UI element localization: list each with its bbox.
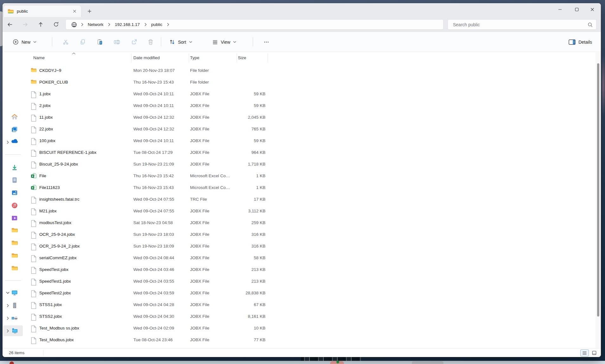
file-row[interactable]: POKER_CLUB Thu 16-Nov-23 15:43 File fold… [25, 77, 272, 87]
breadcrumb-public[interactable]: public [148, 21, 165, 28]
file-name: 22.jobx [39, 127, 53, 131]
thumbnails-view-toggle[interactable] [590, 349, 598, 356]
file-type: JOBX File [190, 232, 209, 237]
column-separator[interactable] [131, 53, 131, 62]
file-row[interactable]: 100.jobx Wed 09-Oct-24 10:11 JOBX File 5… [25, 136, 272, 146]
file-name: BISCUIT REFERENCE-1.jobx [39, 150, 97, 155]
chevron-right-icon[interactable] [6, 329, 10, 333]
file-row[interactable]: 2.jobx Wed 09-Oct-24 10:11 JOBX File 59 … [25, 101, 272, 111]
column-header-type[interactable]: Type [190, 55, 199, 60]
file-row[interactable]: File Thu 16-Nov-23 15:42 Microsoft Excel… [25, 171, 272, 181]
view-button[interactable]: View [209, 36, 239, 48]
breadcrumb-network[interactable]: Network [85, 21, 106, 28]
file-row[interactable]: Test_Modbus ss.jobx Wed 09-Oct-24 02:09 … [25, 323, 272, 333]
sort-button[interactable]: Sort [166, 36, 195, 48]
sidebar-item-music[interactable] [3, 200, 23, 211]
copy-button[interactable] [76, 36, 89, 48]
file-row[interactable]: OCR_25-9-24.jobx Sun 19-Nov-23 18:03 JOB… [25, 229, 272, 240]
scrollbar-thumb[interactable] [597, 63, 599, 317]
chevron-right-icon[interactable] [166, 22, 171, 27]
chevron-right-icon[interactable] [143, 22, 148, 27]
delete-button[interactable] [144, 36, 157, 48]
sidebar-item-mobile-device[interactable] [3, 300, 23, 311]
sidebar-item-pictures[interactable] [3, 187, 23, 198]
file-row[interactable]: 11.jobx Wed 09-Oct-24 12:32 JOBX File 2,… [25, 112, 272, 122]
file-row[interactable]: CKDDYJ~9 Mon 20-Nov-23 18:07 File folder [25, 66, 272, 76]
chevron-right-icon[interactable] [80, 22, 85, 27]
share-button[interactable] [127, 36, 141, 48]
file-row[interactable]: Test_Modbus.jobx Tue 08-Oct-24 23:46 JOB… [25, 335, 272, 345]
file-row[interactable]: 1.jobx Wed 09-Oct-24 10:11 JOBX File 59 … [25, 89, 272, 99]
sidebar-item-documents[interactable] [3, 175, 23, 185]
new-tab-button[interactable] [85, 7, 94, 16]
rename-button[interactable] [110, 36, 124, 48]
maximize-button[interactable] [570, 3, 584, 16]
file-row[interactable]: File111623 Thu 16-Nov-23 15:43 Microsoft… [25, 183, 272, 193]
details-pane-button[interactable]: Details [565, 36, 595, 48]
search-input[interactable] [452, 22, 587, 28]
column-separator[interactable] [237, 53, 237, 62]
column-header-name[interactable]: Name [33, 55, 45, 60]
chevron-right-icon[interactable] [6, 140, 10, 144]
file-row[interactable]: insightsheets.fatal.trc Wed 09-Oct-24 07… [25, 194, 272, 204]
file-icon [31, 255, 36, 261]
paste-button[interactable] [93, 36, 106, 48]
back-button[interactable] [4, 19, 15, 30]
forward-button[interactable] [20, 19, 30, 30]
close-button[interactable] [585, 3, 600, 16]
file-icon [31, 243, 36, 249]
file-name: SpeedTest2.jobx [39, 291, 71, 295]
column-header-size[interactable]: Size [238, 55, 246, 60]
sidebar-item-network-computer[interactable] [3, 325, 23, 336]
file-row[interactable]: modbusTest.jobx Sat 18-Nov-23 04:58 JOBX… [25, 218, 272, 228]
sidebar-item-pinned-folder-4[interactable] [3, 263, 23, 274]
more-options-button[interactable] [260, 36, 273, 48]
file-row[interactable]: M21.jobx Wed 09-Oct-24 07:55 JOBX File 3… [25, 206, 272, 216]
file-row[interactable]: SpeedTest.jobx Wed 09-Oct-24 03:46 JOBX … [25, 265, 272, 275]
address-bar[interactable]: Network 192.168.1.17 public [66, 19, 443, 30]
sidebar-item-gallery[interactable] [3, 124, 23, 135]
chevron-right-icon[interactable] [107, 22, 112, 27]
netpc-icon [11, 328, 18, 334]
file-row[interactable]: serialCommEZ.jobx Wed 09-Oct-24 08:44 JO… [25, 253, 272, 263]
sidebar-item-pinned-folder-3[interactable] [3, 251, 23, 261]
file-row[interactable]: Biscuit_25-9-24.jobx Sun 19-Nov-23 21:09… [25, 159, 272, 169]
cut-button[interactable] [59, 36, 72, 48]
sidebar-item-videos[interactable] [3, 213, 23, 223]
sidebar-item-network-devices[interactable] [3, 313, 23, 323]
breadcrumb-host[interactable]: 192.168.1.17 [112, 21, 143, 28]
sidebar-item-pinned-folder-2[interactable] [3, 238, 23, 249]
new-button[interactable]: New [10, 36, 40, 48]
up-button[interactable] [35, 19, 46, 30]
sidebar-item-pinned-folder-1[interactable] [3, 225, 23, 236]
file-row[interactable]: OCR_25-9-24_2.jobx Sun 19-Nov-23 18:09 J… [25, 241, 272, 251]
chevron-right-icon[interactable] [6, 316, 10, 320]
file-row[interactable]: 22.jobx Wed 09-Oct-24 12:32 JOBX File 76… [25, 124, 272, 134]
column-separator[interactable] [268, 53, 268, 62]
file-name: STSS1.jobx [39, 302, 62, 307]
file-row[interactable]: SpeedTest1.jobx Wed 09-Oct-24 03:55 JOBX… [25, 276, 272, 286]
vertical-scrollbar[interactable] [595, 52, 601, 348]
refresh-button[interactable] [51, 19, 61, 30]
search-box[interactable] [448, 19, 596, 30]
search-icon[interactable] [587, 22, 593, 28]
sidebar-item-downloads[interactable] [3, 162, 23, 173]
tab-public[interactable]: public [4, 5, 81, 17]
file-row[interactable]: SpeedTest2.jobx Wed 09-Oct-24 03:59 JOBX… [25, 288, 272, 298]
tab-close-icon[interactable] [71, 8, 78, 15]
file-row[interactable]: STSS1.jobx Wed 09-Oct-24 04:28 JOBX File… [25, 300, 272, 310]
file-size: 10 KB [212, 326, 265, 330]
column-separator[interactable] [189, 53, 189, 62]
minimize-button[interactable] [553, 3, 567, 16]
sidebar-item-home[interactable] [3, 111, 23, 122]
rename-icon [114, 39, 120, 45]
file-row[interactable]: BISCUIT REFERENCE-1.jobx Tue 08-Oct-24 1… [25, 147, 272, 158]
details-view-toggle[interactable] [580, 349, 589, 356]
chevron-right-icon[interactable] [6, 304, 10, 307]
file-name: SpeedTest.jobx [39, 267, 68, 272]
sidebar-item-onedrive[interactable] [3, 137, 23, 147]
chevron-down-icon[interactable] [6, 291, 10, 295]
column-header-date-modified[interactable]: Date modified [133, 55, 160, 60]
file-row[interactable]: STSS2.jobx Wed 09-Oct-24 04:30 JOBX File… [25, 311, 272, 322]
sidebar-item-this-pc[interactable] [3, 287, 23, 298]
